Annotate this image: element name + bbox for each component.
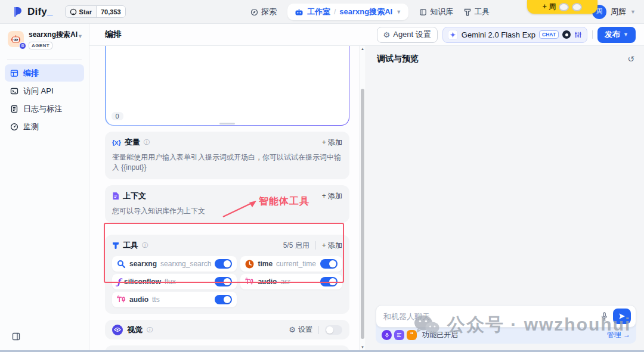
publish-button[interactable]: 发布 ▼ <box>597 27 636 43</box>
refresh-icon[interactable]: ↺ <box>627 54 634 64</box>
vision-toggle[interactable] <box>325 325 342 335</box>
vision-title: 视觉 <box>127 325 143 335</box>
sticker-eye-right <box>572 3 582 11</box>
tools-grid: searxng searxng_search time current_time… <box>112 256 342 307</box>
scrollbar-thumb[interactable] <box>361 89 364 339</box>
orchestrate-icon <box>10 69 18 77</box>
explore-icon <box>250 8 258 16</box>
debug-title: 调试与预览 <box>377 54 419 64</box>
collapse-sidebar-icon <box>12 332 20 341</box>
nav-studio[interactable]: 工作室 <box>307 7 330 17</box>
document-section: 文档 ⓘ <box>105 345 349 350</box>
agent-settings-button[interactable]: ⚙ Agent 设置 <box>377 27 438 43</box>
variables-section: {x} 变量 ⓘ + 添加 变量能使用用户输入表单引入提示词或开场白，你可以试试… <box>105 132 349 179</box>
model-vision-icon <box>562 30 571 39</box>
tool-card-searxng[interactable]: searxng searxng_search <box>112 256 237 272</box>
sidebar-item-logs[interactable]: 日志与标注 <box>5 100 84 117</box>
chat-input[interactable] <box>383 312 596 321</box>
logs-icon <box>10 105 18 113</box>
nav-current-app[interactable]: searxng搜索AI <box>339 7 392 17</box>
tool-toggle-flux[interactable] <box>215 277 232 286</box>
vision-eye-icon <box>112 325 123 335</box>
send-icon <box>618 313 626 320</box>
info-icon: ⓘ <box>144 138 150 147</box>
tool-card-audio-tts[interactable]: audio tts <box>112 292 237 307</box>
tool-card-siliconflow[interactable]: ƒ siliconflow flux <box>112 274 237 289</box>
chevron-down-icon: ▼ <box>396 9 401 15</box>
divider <box>592 30 593 39</box>
gear-icon: ⚙ <box>383 30 391 39</box>
vision-settings-button[interactable]: ⚙ 设置 <box>289 325 312 335</box>
sidebar-item-api[interactable]: 访问 API <box>5 82 84 99</box>
opener-feature-icon[interactable] <box>394 330 404 340</box>
model-selector[interactable]: Gemini 2.0 Flash Exp CHAT <box>442 27 587 43</box>
divider <box>315 241 316 250</box>
agent-gear-badge: ⚙ <box>19 42 26 49</box>
dify-logo[interactable]: Dify_ <box>12 6 53 18</box>
tool-card-time[interactable]: time current_time <box>240 256 342 272</box>
orchestrate-panel: 0 {x} 变量 ⓘ + 添加 变量能使用用户输入表单引入提示词或开场白，你可以… <box>89 46 359 350</box>
account-area[interactable]: 周 周辉 ▼ <box>592 5 636 19</box>
monitoring-icon <box>10 123 18 131</box>
knowledge-icon <box>419 8 427 16</box>
model-params-icon[interactable] <box>574 31 582 39</box>
add-tool-button[interactable]: + 添加 <box>322 241 342 251</box>
model-mode-badge: CHAT <box>539 30 559 39</box>
divider <box>318 326 319 334</box>
gear-icon: ⚙ <box>289 325 296 334</box>
variables-icon: {x} <box>112 139 121 146</box>
dify-logo-icon <box>12 6 24 18</box>
audio-icon <box>245 278 254 286</box>
debug-panel: 调试与预览 ↺ 公众号 · wwzhouhui <box>366 46 644 350</box>
app-icon: ⚙ <box>8 31 24 47</box>
app-selector[interactable]: ⚙ searxng搜索AI AGENT ▼ <box>0 24 89 54</box>
info-icon: ⓘ <box>142 241 148 250</box>
studio-robot-icon <box>295 8 304 16</box>
chat-block: " 功能已开启 管理 → <box>376 305 636 344</box>
vertical-scrollbar[interactable]: ▲ ▼ <box>359 46 366 350</box>
model-sparkle-icon <box>448 30 458 40</box>
top-nav: 探索 工作室 / searxng搜索AI ▼ 知识库 <box>250 0 490 24</box>
tool-toggle-asr[interactable] <box>320 277 338 286</box>
sidebar-item-orchestrate[interactable]: 编排 <box>5 64 84 82</box>
citation-feature-icon[interactable]: " <box>407 330 417 340</box>
chevron-down-icon[interactable]: ▼ <box>78 33 83 39</box>
sidebar-item-monitoring[interactable]: 监测 <box>5 118 84 135</box>
send-button[interactable] <box>613 309 631 324</box>
github-icon <box>70 8 77 15</box>
mic-icon[interactable] <box>600 312 608 321</box>
scroll-down-arrow[interactable]: ▼ <box>360 345 366 349</box>
add-variable-button[interactable]: + 添加 <box>322 138 342 148</box>
tool-toggle-searxng[interactable] <box>215 259 232 269</box>
sticker-text: + 周 <box>543 2 556 12</box>
vision-section: 视觉 ⓘ ⚙ 设置 <box>105 320 349 339</box>
github-star-badge[interactable]: Star 70,353 <box>65 5 126 18</box>
tool-toggle-time[interactable] <box>320 259 338 269</box>
variables-description: 变量能使用用户输入表单引入提示词或开场白，你可以试试在提示词中输入 {{inpu… <box>112 152 342 173</box>
context-icon <box>112 192 119 200</box>
sidebar-menu: 编排 访问 API 日志与标注 <box>0 63 89 137</box>
resize-handle[interactable] <box>219 123 235 124</box>
user-name: 周辉 <box>611 7 626 17</box>
model-name: Gemini 2.0 Flash Exp <box>462 30 535 39</box>
add-context-button[interactable]: + 添加 <box>322 191 342 201</box>
voice-feature-icon[interactable] <box>382 330 392 340</box>
scroll-up-arrow[interactable]: ▲ <box>360 47 366 51</box>
tool-card-audio-asr[interactable]: audio asr <box>240 274 342 289</box>
nav-knowledge[interactable]: 知识库 <box>419 7 453 17</box>
prompt-editor[interactable]: 0 <box>106 46 349 125</box>
nav-studio-pill[interactable]: 工作室 / searxng搜索AI ▼ <box>287 4 408 20</box>
star-label: Star <box>79 8 92 15</box>
nav-tools[interactable]: 工具 <box>464 7 490 17</box>
nav-explore[interactable]: 探索 <box>250 7 277 17</box>
prompt-char-counter: 0 <box>112 112 123 120</box>
annotation-arrow <box>219 197 259 219</box>
tool-toggle-tts[interactable] <box>215 295 232 304</box>
collapse-sidebar-button[interactable] <box>12 332 20 343</box>
manage-features-link[interactable]: 管理 → <box>607 330 630 340</box>
audio-icon <box>117 295 126 304</box>
chat-input-box[interactable] <box>376 305 636 328</box>
info-icon: ⓘ <box>147 326 153 334</box>
annotation-label: 智能体工具 <box>259 195 309 208</box>
chevron-down-icon: ▼ <box>630 9 636 15</box>
